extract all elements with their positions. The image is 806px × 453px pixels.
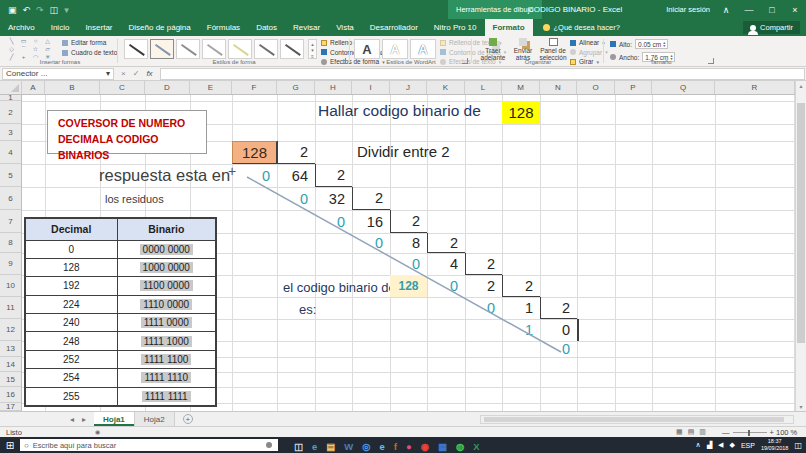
column-header-k[interactable]: K	[427, 81, 465, 94]
column-header-j[interactable]: J	[390, 81, 427, 94]
binary-cell[interactable]: 0000 0000	[117, 240, 216, 258]
decimal-cell[interactable]: 128	[25, 258, 117, 276]
insert-shapes-gallery[interactable]: ╲▭○△◇⌒☆▱╱+◠✳	[6, 38, 58, 61]
maximize-icon[interactable]: □	[765, 5, 779, 15]
zoom-level[interactable]: 100 %	[776, 428, 797, 437]
shape-style-thumb[interactable]	[280, 39, 304, 59]
formula-input[interactable]	[160, 68, 805, 80]
enter-icon[interactable]: ✓	[133, 69, 140, 78]
clock[interactable]: 18:37 19/09/2018	[761, 438, 789, 452]
shape-style-thumb[interactable]	[176, 39, 200, 59]
heading-text[interactable]: Hallar codigo binario de	[318, 102, 481, 120]
insert-function-icon[interactable]: fx	[146, 69, 152, 78]
ribbon-tab-insertar[interactable]: Insertar	[77, 19, 120, 36]
binary-cell[interactable]: 1110 0000	[117, 295, 216, 313]
ribbon-tab-revisar[interactable]: Revisar	[285, 19, 328, 36]
undo-icon[interactable]: ↶	[23, 5, 31, 15]
edge-icon[interactable]: e	[312, 436, 317, 453]
ribbon-tab-datos[interactable]: Datos	[248, 19, 285, 36]
shape-style-thumb[interactable]	[228, 39, 252, 59]
network-icon[interactable]: ▟	[707, 441, 712, 449]
column-header-h[interactable]: H	[315, 81, 352, 94]
dividend-cell[interactable]: 128	[232, 141, 277, 164]
row-header-8[interactable]: 8	[0, 233, 21, 253]
decimal-cell[interactable]: 248	[25, 332, 117, 350]
decimal-cell[interactable]: 254	[25, 369, 117, 387]
close-icon[interactable]: ×	[788, 5, 802, 15]
shape-icon[interactable]: ◇	[6, 46, 17, 53]
column-header-g[interactable]: G	[277, 81, 315, 94]
scroll-down-icon[interactable]: ▾	[796, 403, 806, 410]
shape-icon[interactable]: ▱	[42, 46, 53, 53]
decimal-cell[interactable]: 252	[25, 350, 117, 368]
result-value-cell[interactable]: 128	[390, 275, 427, 297]
name-box-dropdown-icon[interactable]: ▾	[106, 69, 110, 78]
name-box[interactable]: Conector ... ▾	[2, 68, 114, 80]
column-header-q[interactable]: Q	[652, 81, 715, 94]
row-header-14[interactable]: 14	[0, 357, 21, 372]
ribbon-tab-diseno-de-pagina[interactable]: Diseño de página	[121, 19, 199, 36]
cell-L11[interactable]: 0	[465, 297, 502, 319]
decimal-cell[interactable]: 224	[25, 295, 117, 313]
ribbon-tab-nitro-pro-10[interactable]: Nitro Pro 10	[426, 19, 485, 36]
cell-N11[interactable]: 2	[540, 297, 577, 319]
cell-G6[interactable]: 0	[277, 187, 315, 210]
cell-M10[interactable]: 2	[502, 275, 540, 297]
group-button[interactable]: Agrupar▾	[570, 49, 608, 56]
text-box-button[interactable]: Cuadro de texto	[62, 49, 117, 56]
cell-J8[interactable]: 8	[390, 233, 427, 253]
cell-F5[interactable]: 0	[232, 164, 277, 187]
ribbon-tab-archivo[interactable]: Archivo	[0, 19, 43, 36]
gallery-scroll-icons[interactable]: ▴▾≡	[308, 39, 317, 59]
column-header-n[interactable]: N	[540, 81, 577, 94]
binary-cell[interactable]: 1111 1000	[117, 332, 216, 350]
store-icon[interactable]: ▦	[438, 436, 447, 453]
word-icon[interactable]: W	[344, 436, 353, 453]
title-note-box[interactable]: COVERSOR DE NUMERO DECIMALA CODIGO BINAR…	[47, 110, 207, 154]
cell-H5[interactable]: 2	[315, 164, 352, 187]
height-input[interactable]: 0.05 cm▴▾	[635, 39, 668, 49]
cell-L9[interactable]: 2	[465, 253, 502, 275]
horizontal-scrollbar[interactable]	[480, 415, 794, 424]
share-button[interactable]: Compartir	[743, 21, 800, 34]
file-explorer-icon[interactable]: ▤	[326, 436, 335, 453]
redo-icon[interactable]: ↷	[36, 5, 44, 15]
cell-J7[interactable]: 2	[390, 210, 427, 233]
page-break-view-icon[interactable]: ▥	[699, 428, 706, 436]
zoom-slider[interactable]	[733, 432, 767, 433]
column-header-p[interactable]: P	[615, 81, 652, 94]
photos-icon[interactable]: ●	[406, 436, 412, 453]
dialog-launcher-icon[interactable]	[708, 58, 714, 64]
sheet-tab-hoja1[interactable]: Hoja1	[94, 412, 135, 426]
column-header-r[interactable]: R	[715, 81, 795, 94]
chrome-icon[interactable]: ◉	[421, 436, 429, 453]
tell-me-box[interactable]: ¿Qué desea hacer?	[543, 19, 620, 36]
ribbon-tab-desarrollador[interactable]: Desarrollador	[362, 19, 426, 36]
sheet-tab-hoja2[interactable]: Hoja2	[135, 412, 175, 426]
respuesta-line1[interactable]: respuesta esta en	[99, 166, 230, 185]
ribbon-display-options-icon[interactable]: ∧	[719, 5, 733, 15]
cell-I8[interactable]: 0	[352, 233, 390, 253]
cell-N13[interactable]: 0	[540, 341, 577, 357]
binary-cell[interactable]: 1100 0000	[117, 277, 216, 295]
vertical-scrollbar[interactable]: ▴ ▾	[795, 81, 806, 411]
heading-value-cell[interactable]: 128	[502, 101, 540, 124]
cell-G5[interactable]: 64	[277, 164, 315, 187]
row-header-17[interactable]: 17	[0, 403, 21, 411]
decimal-cell[interactable]: 255	[25, 387, 117, 405]
firefox-icon[interactable]: f	[394, 436, 397, 453]
cell-L10[interactable]: 2	[465, 275, 502, 297]
ribbon-tab-vista[interactable]: Vista	[328, 19, 362, 36]
binary-cell[interactable]: 1000 0000	[117, 258, 216, 276]
respuesta-line2[interactable]: los residuos	[105, 193, 164, 205]
column-header-f[interactable]: F	[232, 81, 277, 94]
column-header-a[interactable]: A	[22, 81, 45, 94]
divide-label[interactable]: Dividir entre 2	[357, 143, 450, 160]
row-header-6[interactable]: 6	[0, 187, 21, 210]
align-button[interactable]: Alinear▾	[570, 39, 608, 46]
cell-N12[interactable]: 0	[540, 319, 577, 341]
binary-cell[interactable]: 1111 0000	[117, 314, 216, 332]
shape-style-thumb[interactable]	[150, 39, 174, 59]
binary-cell[interactable]: 1111 1111	[117, 387, 216, 405]
start-button[interactable]: ⊞	[0, 440, 20, 451]
